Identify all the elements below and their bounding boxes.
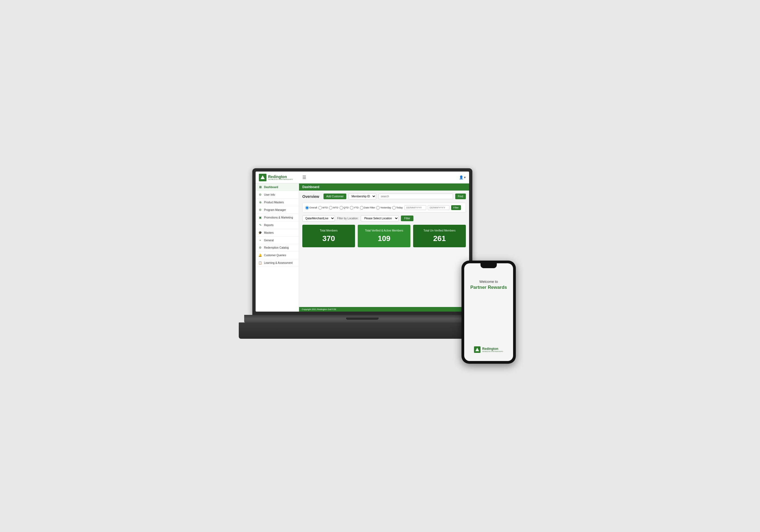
- masters-icon: 🎓: [258, 231, 262, 235]
- phone-welcome-text: Welcome to: [479, 280, 498, 284]
- app-logo: Redington SEAMLESS PARTNERSHIPS: [259, 174, 302, 181]
- laptop-base: [244, 315, 481, 323]
- overview-bar: Overview Add Customer Membership ID Find: [302, 193, 466, 200]
- sidebar-item-reports[interactable]: ✎ Reports: [256, 221, 299, 229]
- phone-logo-icon: [474, 346, 481, 353]
- sidebar-label-program-manager: Program Manager: [264, 208, 286, 211]
- phone-logo-area: Redington SEAMLESS PARTNERSHIPS: [474, 346, 503, 356]
- radio-group: Overall WTD MTD QTD: [305, 206, 403, 209]
- sidebar-item-customer-queries[interactable]: 🔔 Customer Queries: [256, 252, 299, 259]
- dashboard-icon: ⊞: [258, 185, 262, 189]
- app-top-bar: Redington SEAMLESS PARTNERSHIPS ☰ 👤 ▾: [256, 171, 469, 184]
- promotions-icon: ▣: [258, 216, 262, 219]
- learning-icon: 📋: [258, 261, 262, 265]
- stat-value-total-members: 370: [306, 234, 352, 243]
- sidebar-label-general: General: [264, 239, 274, 242]
- dashboard-header: Dashboard: [299, 184, 469, 191]
- radio-wtd[interactable]: WTD: [318, 206, 328, 209]
- sidebar-label-dashboard: Dashboard: [264, 186, 278, 189]
- radio-overall[interactable]: Overall: [305, 206, 317, 209]
- sidebar-item-general[interactable]: + General: [256, 237, 299, 244]
- stat-value-unverified: 261: [416, 234, 462, 243]
- membership-id-select[interactable]: Membership ID: [349, 193, 376, 200]
- stat-card-unverified: Total Un-Verified Members 261: [413, 225, 466, 247]
- reports-icon: ✎: [258, 223, 262, 227]
- hamburger-button[interactable]: ☰: [302, 175, 306, 180]
- user-icon: 👤: [459, 175, 463, 179]
- sidebar-label-customer-queries: Customer Queries: [264, 254, 286, 257]
- merchant-select[interactable]: QatarMerchantLive: [302, 215, 335, 221]
- search-input[interactable]: [378, 194, 453, 199]
- sidebar-label-promotions: Promotions & Marketing: [264, 216, 293, 219]
- sidebar-label-user-info: User Info: [264, 193, 275, 196]
- laptop-screen: Redington SEAMLESS PARTNERSHIPS ☰ 👤 ▾: [256, 171, 469, 312]
- radio-today[interactable]: Today: [392, 206, 403, 209]
- sidebar-item-program-manager[interactable]: ⚙ Program Manager: [256, 206, 299, 214]
- logo-icon: [259, 174, 266, 181]
- logo-text-block: Redington SEAMLESS PARTNERSHIPS: [268, 175, 293, 180]
- user-dropdown-arrow: ▾: [464, 175, 466, 179]
- radio-mtd[interactable]: MTD: [329, 206, 338, 209]
- logo-sub: SEAMLESS PARTNERSHIPS: [268, 179, 293, 180]
- radio-date-filter[interactable]: Date Filter: [360, 206, 375, 209]
- date-from-input[interactable]: [404, 205, 426, 210]
- phone-logo-name: Redington: [482, 347, 503, 351]
- stat-label-total-members: Total Members: [306, 229, 352, 232]
- location-filter-button[interactable]: Filter: [401, 215, 413, 221]
- phone-logo-text: Redington SEAMLESS PARTNERSHIPS: [482, 347, 503, 352]
- add-customer-button[interactable]: Add Customer: [323, 194, 346, 199]
- filter-by-label: Filter by Location:: [337, 217, 358, 220]
- sidebar-item-redemption-catalog[interactable]: ⚙ Redemption Catalog: [256, 244, 299, 252]
- program-manager-icon: ⚙: [258, 208, 262, 212]
- logo-name: Redington: [268, 175, 293, 179]
- footer-bar: Copyright 2021 Redington Gulf FZE: [299, 307, 469, 312]
- overview-title: Overview: [302, 194, 319, 199]
- sidebar-label-masters: Masters: [264, 231, 274, 234]
- main-content: Dashboard Overview Add Customer Membersh…: [299, 184, 469, 312]
- sidebar-item-learning-assessment[interactable]: 📋 Learning & Assessment: [256, 259, 299, 267]
- find-button[interactable]: Find: [455, 194, 466, 199]
- stat-label-verified-active: Total Verified & Active Members: [361, 229, 407, 232]
- sidebar: ⊞ Dashboard ⚙ User Info ⊕ Product Master…: [256, 184, 299, 312]
- svg-rect-2: [261, 178, 264, 179]
- radio-ytd[interactable]: YTD: [350, 206, 359, 209]
- date-to-input[interactable]: [428, 205, 450, 210]
- phone-partner-text: Partner Rewards: [470, 285, 507, 290]
- product-masters-icon: ⊕: [258, 200, 262, 204]
- sidebar-label-redemption: Redemption Catalog: [264, 246, 289, 249]
- filter-row: Overall WTD MTD QTD: [302, 203, 466, 212]
- svg-rect-5: [476, 350, 478, 351]
- sidebar-label-reports: Reports: [264, 224, 273, 227]
- radio-qtd[interactable]: QTD: [340, 206, 349, 209]
- sidebar-item-masters[interactable]: 🎓 Masters: [256, 229, 299, 237]
- top-bar-right: 👤 ▾: [459, 175, 466, 179]
- phone-screen: Welcome to Partner Rewards Redington SEA…: [464, 263, 513, 361]
- stat-card-total-members: Total Members 370: [302, 225, 355, 247]
- content-area: Overview Add Customer Membership ID Find: [299, 191, 469, 307]
- laptop: Redington SEAMLESS PARTNERSHIPS ☰ 👤 ▾: [244, 168, 481, 342]
- sidebar-label-product-masters: Product Masters: [264, 201, 284, 204]
- location-row: QatarMerchantLive Filter by Location: Pl…: [302, 215, 466, 221]
- general-icon: +: [258, 239, 262, 242]
- phone-logo-sub: SEAMLESS PARTNERSHIPS: [482, 351, 503, 352]
- app-body: ⊞ Dashboard ⚙ User Info ⊕ Product Master…: [256, 184, 469, 312]
- sidebar-item-product-masters[interactable]: ⊕ Product Masters: [256, 199, 299, 206]
- redemption-icon: ⚙: [258, 246, 262, 249]
- sidebar-item-promotions-marketing[interactable]: ▣ Promotions & Marketing: [256, 214, 299, 221]
- radio-yesterday[interactable]: Yesterday: [376, 206, 391, 209]
- sidebar-item-user-info[interactable]: ⚙ User Info: [256, 191, 299, 199]
- phone-notch: [481, 263, 497, 268]
- stat-card-verified-active: Total Verified & Active Members 109: [358, 225, 410, 247]
- laptop-keyboard: [239, 323, 486, 339]
- phone: Welcome to Partner Rewards Redington SEA…: [461, 261, 516, 364]
- sidebar-item-dashboard[interactable]: ⊞ Dashboard: [256, 184, 299, 191]
- stat-label-unverified: Total Un-Verified Members: [416, 229, 462, 232]
- date-filter-button[interactable]: Filter: [451, 205, 461, 210]
- laptop-screen-frame: Redington SEAMLESS PARTNERSHIPS ☰ 👤 ▾: [252, 168, 472, 315]
- sidebar-label-learning: Learning & Assessment: [264, 261, 293, 264]
- scene: Redington SEAMLESS PARTNERSHIPS ☰ 👤 ▾: [244, 168, 516, 364]
- location-select[interactable]: Please Select Location: [361, 215, 399, 221]
- customer-queries-icon: 🔔: [258, 253, 262, 257]
- stats-row: Total Members 370 Total Verified & Activ…: [302, 225, 466, 247]
- user-menu-button[interactable]: 👤 ▾: [459, 175, 466, 179]
